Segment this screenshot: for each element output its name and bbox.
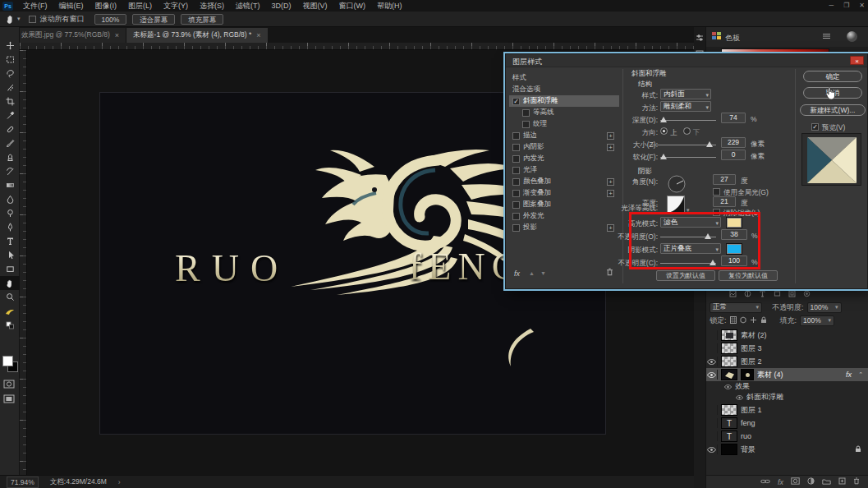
cancel-button[interactable]: 取消 <box>803 87 862 99</box>
fill-select[interactable]: 100%▾ <box>800 315 834 326</box>
texture-item[interactable]: 纹理 <box>509 118 619 130</box>
layer-mask-thumbnail[interactable] <box>741 369 754 380</box>
bevel-emboss-effect-row[interactable]: 斜面和浮雕 <box>706 392 868 403</box>
tab-swatches[interactable]: 色板 <box>725 33 740 44</box>
gradient-tool[interactable] <box>0 178 20 192</box>
new-group-icon[interactable] <box>822 478 831 486</box>
zoom-100-button[interactable]: 100% <box>94 14 127 25</box>
magic-wand-tool[interactable] <box>0 81 20 94</box>
visibility-eye-icon[interactable] <box>706 370 718 380</box>
layer-row[interactable]: 图层 3 <box>706 342 868 355</box>
soften-slider-thumb[interactable] <box>660 154 667 159</box>
layer-name[interactable]: 图层 1 <box>741 405 762 416</box>
move-down-icon[interactable]: ▼ <box>540 270 546 276</box>
path-selection-tool[interactable] <box>0 248 20 262</box>
layer-name[interactable]: 背景 <box>741 444 755 455</box>
gloss-contour-thumbnail[interactable] <box>667 196 685 215</box>
clone-stamp-tool[interactable] <box>0 150 20 164</box>
layer-thumbnail[interactable] <box>721 369 737 380</box>
inner-shadow-item[interactable]: 内阴影+ <box>509 141 619 153</box>
lasso-tool[interactable] <box>0 67 20 81</box>
layer-name[interactable]: 素材 (2) <box>741 330 767 341</box>
shadow-opacity-field[interactable]: 100 <box>721 256 747 266</box>
zoom-level-field[interactable]: 71.94% <box>7 476 39 488</box>
fx-collapse-chevron-icon[interactable]: ⌃ <box>858 371 863 378</box>
panel-menu-icon[interactable] <box>822 33 831 41</box>
inner-glow-item[interactable]: 内发光 <box>509 153 619 164</box>
drop-shadow-item[interactable]: 投影+ <box>509 222 619 233</box>
quick-mask-icon[interactable] <box>3 380 15 390</box>
depth-slider-thumb[interactable] <box>660 117 667 122</box>
direction-down-radio[interactable] <box>683 127 691 135</box>
move-tool[interactable] <box>0 39 20 53</box>
horizontal-ruler[interactable] <box>20 43 694 50</box>
add-mask-icon[interactable] <box>791 477 800 486</box>
effect-eye-icon[interactable] <box>736 394 743 402</box>
altitude-field[interactable]: 21 <box>713 196 736 207</box>
layer-name[interactable]: ruo <box>741 432 751 440</box>
checkbox[interactable] <box>512 201 520 209</box>
menu-help[interactable]: 帮助(H) <box>371 0 408 12</box>
dodge-tool[interactable] <box>0 206 20 220</box>
type-layer-thumbnail[interactable]: T <box>721 430 737 442</box>
visibility-toggle[interactable] <box>706 418 718 428</box>
adjustments-panel-icon[interactable] <box>696 34 704 44</box>
checkbox[interactable] <box>512 98 520 105</box>
tab-close-icon[interactable]: × <box>256 31 260 39</box>
checkbox[interactable] <box>512 224 520 232</box>
shadow-color-swatch[interactable] <box>726 243 742 255</box>
filter-type-icon[interactable] <box>759 290 766 299</box>
layer-thumbnail[interactable] <box>721 444 737 455</box>
filter-adjustment-icon[interactable] <box>744 290 751 299</box>
fx-list-icon[interactable]: fx <box>514 269 520 278</box>
highlight-opacity-field[interactable]: 38 <box>721 229 747 240</box>
checkbox[interactable] <box>512 167 520 174</box>
layer-name[interactable]: 素材 (4) <box>757 370 783 380</box>
menu-3d[interactable]: 3D(D) <box>266 0 297 12</box>
layer-row-selected[interactable]: 素材 (4) fx ⌃ <box>706 368 868 381</box>
layer-row[interactable]: 图层 1 <box>706 403 868 417</box>
stroke-item[interactable]: 描边+ <box>509 130 619 141</box>
edit-toolbar-icon[interactable] <box>0 304 20 318</box>
effect-name[interactable]: 斜面和浮雕 <box>746 392 783 403</box>
preview-checkbox[interactable] <box>811 123 819 131</box>
window-close-button[interactable]: ✕ <box>859 0 865 12</box>
menu-filter[interactable]: 滤镜(T) <box>230 0 266 12</box>
soften-slider[interactable] <box>660 157 716 158</box>
checkbox[interactable] <box>512 155 520 163</box>
dialog-close-button[interactable]: × <box>850 56 864 65</box>
type-layer-thumbnail[interactable]: T <box>721 417 737 429</box>
spot-healing-brush-tool[interactable] <box>0 122 20 136</box>
scroll-all-windows-checkbox[interactable] <box>29 16 36 23</box>
status-options-chevron-icon[interactable]: › <box>118 478 121 486</box>
checkbox[interactable] <box>512 178 520 186</box>
pen-tool[interactable] <box>0 220 20 234</box>
ok-button[interactable]: 确定 <box>803 71 862 82</box>
document-tab-1[interactable]: 效果图.jpg @ 77.5%(RGB/8) × <box>15 28 126 43</box>
menu-image[interactable]: 图像(I) <box>90 0 123 12</box>
menu-select[interactable]: 选择(S) <box>194 0 230 12</box>
color-overlay-item[interactable]: 颜色叠加+ <box>509 176 619 187</box>
layer-thumbnail[interactable] <box>721 404 737 416</box>
menu-layer[interactable]: 图层(L) <box>122 0 158 12</box>
history-brush-tool[interactable] <box>0 164 20 178</box>
eyedropper-tool[interactable] <box>0 108 20 122</box>
global-light-checkbox[interactable] <box>713 188 720 196</box>
shadow-opacity-thumb[interactable] <box>710 260 716 265</box>
link-layers-icon[interactable] <box>760 478 770 486</box>
delete-effect-icon[interactable] <box>606 268 613 278</box>
effects-eye-icon[interactable] <box>724 383 732 391</box>
window-restore-button[interactable]: ❐ <box>843 0 849 12</box>
set-default-button[interactable]: 设置为默认值 <box>656 270 715 281</box>
depth-field[interactable]: 74 <box>721 113 746 123</box>
vertical-ruler[interactable] <box>20 50 27 475</box>
layer-style-fx-icon[interactable]: fx <box>778 478 783 486</box>
checkbox[interactable] <box>522 109 530 117</box>
hand-tool[interactable] <box>0 276 20 290</box>
layer-thumbnail[interactable] <box>721 343 737 354</box>
visibility-toggle[interactable] <box>706 405 718 415</box>
layer-name[interactable]: feng <box>741 419 755 427</box>
lock-image-icon[interactable] <box>740 316 746 325</box>
layer-row[interactable]: 素材 (2) <box>706 329 868 342</box>
lock-position-icon[interactable] <box>750 316 757 325</box>
